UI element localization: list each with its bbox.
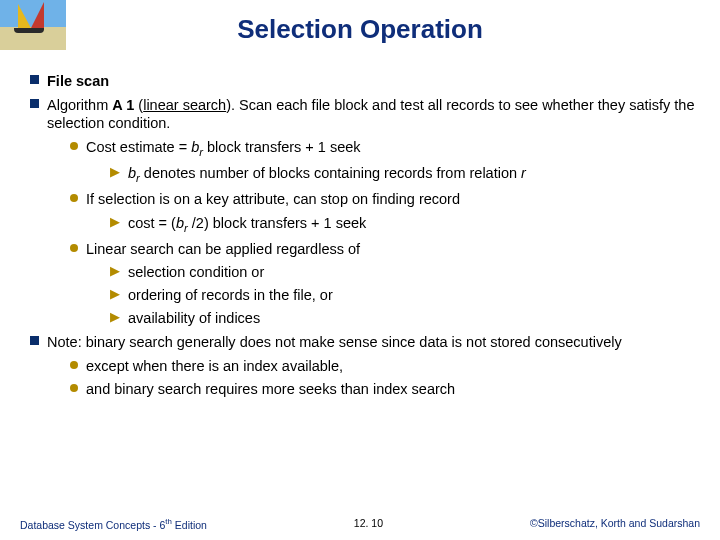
text: and binary search requires more seeks th…	[86, 380, 700, 398]
footer-center: 12. 10	[354, 517, 383, 531]
bullet-l2: except when there is an index available,	[70, 357, 700, 375]
text: Algorithm A 1 (linear search). Scan each…	[47, 96, 700, 132]
logo-image	[0, 0, 66, 50]
text: Cost estimate = br block transfers + 1 s…	[86, 138, 700, 159]
bullet-l3: ▶ cost = (br /2) block transfers + 1 see…	[110, 214, 700, 235]
footer-right: ©Silberschatz, Korth and Sudarshan	[530, 517, 700, 531]
text: availability of indices	[128, 309, 700, 327]
text: File scan	[47, 73, 109, 89]
bullet-l2: Linear search can be applied regardless …	[70, 240, 700, 258]
dot-bullet-icon	[70, 384, 78, 392]
dot-bullet-icon	[70, 361, 78, 369]
bullet-l1: Algorithm A 1 (linear search). Scan each…	[30, 96, 700, 132]
text: selection condition or	[128, 263, 700, 281]
bullet-l3: ▶ br denotes number of blocks containing…	[110, 164, 700, 185]
slide-content: File scan Algorithm A 1 (linear search).…	[30, 72, 700, 403]
arrow-bullet-icon: ▶	[110, 286, 120, 302]
bullet-l3: ▶ ordering of records in the file, or	[110, 286, 700, 304]
arrow-bullet-icon: ▶	[110, 214, 120, 230]
arrow-bullet-icon: ▶	[110, 309, 120, 325]
dot-bullet-icon	[70, 244, 78, 252]
slide-title: Selection Operation	[0, 14, 720, 45]
arrow-bullet-icon: ▶	[110, 263, 120, 279]
text: br denotes number of blocks containing r…	[128, 164, 700, 185]
dot-bullet-icon	[70, 194, 78, 202]
text: cost = (br /2) block transfers + 1 seek	[128, 214, 700, 235]
bullet-l1: File scan	[30, 72, 700, 90]
square-bullet-icon	[30, 75, 39, 84]
bullet-l1: Note: binary search generally does not m…	[30, 333, 700, 351]
dot-bullet-icon	[70, 142, 78, 150]
bullet-l2: If selection is on a key attribute, can …	[70, 190, 700, 208]
bullet-l2: Cost estimate = br block transfers + 1 s…	[70, 138, 700, 159]
square-bullet-icon	[30, 99, 39, 108]
bullet-l3: ▶ selection condition or	[110, 263, 700, 281]
bullet-l2: and binary search requires more seeks th…	[70, 380, 700, 398]
text: ordering of records in the file, or	[128, 286, 700, 304]
text: except when there is an index available,	[86, 357, 700, 375]
arrow-bullet-icon: ▶	[110, 164, 120, 180]
text: If selection is on a key attribute, can …	[86, 190, 700, 208]
footer-left: Database System Concepts - 6th Edition	[20, 517, 207, 531]
text: Linear search can be applied regardless …	[86, 240, 700, 258]
bullet-l3: ▶ availability of indices	[110, 309, 700, 327]
footer: Database System Concepts - 6th Edition 1…	[20, 517, 700, 531]
text: Note: binary search generally does not m…	[47, 333, 700, 351]
square-bullet-icon	[30, 336, 39, 345]
